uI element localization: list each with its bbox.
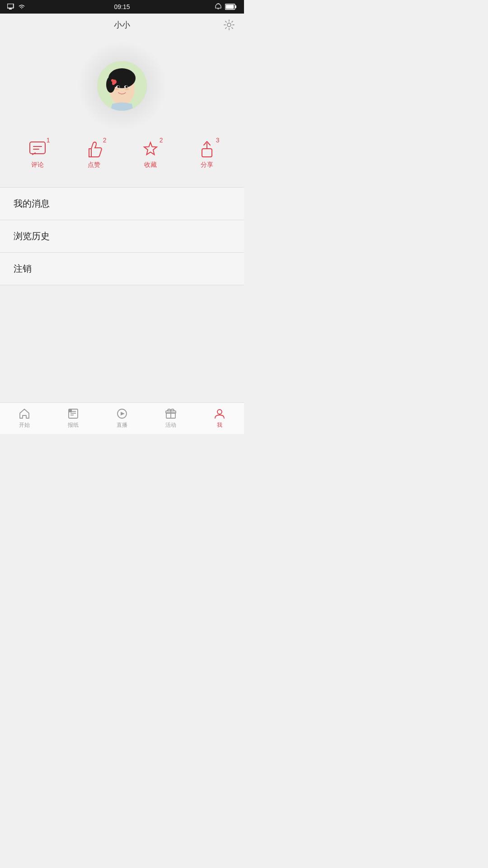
nav-activity[interactable]: 活动 bbox=[146, 408, 195, 429]
status-right-icons bbox=[215, 3, 237, 10]
avatar-section bbox=[0, 36, 244, 136]
svg-rect-1 bbox=[8, 4, 13, 8]
newspaper-icon bbox=[67, 408, 79, 420]
svg-point-35 bbox=[217, 410, 222, 414]
home-icon bbox=[19, 408, 30, 420]
like-label: 点赞 bbox=[88, 161, 100, 169]
nav-me[interactable]: 我 bbox=[195, 408, 244, 429]
nav-newspaper-label: 报纸 bbox=[68, 421, 79, 429]
svg-rect-30 bbox=[69, 409, 72, 412]
svg-point-20 bbox=[112, 82, 115, 85]
svg-point-13 bbox=[125, 88, 129, 90]
stats-row: 1 评论 2 点赞 2 bbox=[0, 136, 244, 178]
wifi-icon bbox=[18, 4, 25, 10]
play-icon bbox=[116, 408, 128, 420]
status-time: 09:15 bbox=[114, 3, 130, 10]
bottom-nav: 开始 报纸 直播 bbox=[0, 402, 244, 434]
nav-me-label: 我 bbox=[217, 421, 222, 429]
menu-my-messages[interactable]: 我的消息 bbox=[0, 187, 244, 220]
collect-badge: 2 bbox=[160, 137, 163, 144]
stat-collect[interactable]: 2 收藏 bbox=[141, 140, 160, 169]
nav-live-label: 直播 bbox=[117, 421, 127, 429]
nav-newspaper[interactable]: 报纸 bbox=[49, 408, 98, 429]
share-badge: 3 bbox=[216, 137, 220, 144]
header: 小小 bbox=[0, 14, 244, 36]
menu-section: 我的消息 浏览历史 注销 bbox=[0, 187, 244, 285]
status-bar: 09:15 bbox=[0, 0, 244, 14]
gift-icon bbox=[165, 408, 177, 420]
avatar[interactable] bbox=[97, 61, 147, 111]
status-left-icons bbox=[7, 4, 25, 10]
settings-button[interactable] bbox=[223, 19, 235, 31]
notification-icon bbox=[215, 3, 221, 10]
share-icon bbox=[198, 140, 216, 158]
menu-browse-history[interactable]: 浏览历史 bbox=[0, 220, 244, 253]
svg-point-7 bbox=[227, 23, 231, 27]
collect-icon bbox=[141, 140, 160, 158]
svg-rect-21 bbox=[30, 142, 45, 154]
nav-live[interactable]: 直播 bbox=[98, 408, 146, 429]
stat-comment[interactable]: 1 评论 bbox=[28, 140, 47, 169]
nav-activity-label: 活动 bbox=[165, 421, 176, 429]
screen-icon bbox=[7, 4, 14, 10]
stat-share[interactable]: 3 分享 bbox=[198, 140, 216, 169]
like-badge: 2 bbox=[103, 137, 107, 144]
battery-icon bbox=[225, 4, 237, 10]
share-label: 分享 bbox=[201, 161, 213, 169]
comment-label: 评论 bbox=[31, 161, 44, 169]
svg-rect-0 bbox=[7, 4, 14, 8]
svg-rect-5 bbox=[235, 5, 236, 8]
person-icon bbox=[214, 408, 225, 420]
svg-rect-24 bbox=[202, 149, 212, 157]
nav-start[interactable]: 开始 bbox=[0, 408, 49, 429]
nav-start-label: 开始 bbox=[19, 421, 30, 429]
page-title: 小小 bbox=[114, 19, 130, 30]
svg-point-19 bbox=[111, 79, 114, 82]
stat-like[interactable]: 2 点赞 bbox=[85, 140, 103, 169]
svg-rect-6 bbox=[226, 5, 234, 9]
svg-point-16 bbox=[117, 86, 120, 88]
svg-rect-2 bbox=[9, 9, 12, 9]
svg-point-17 bbox=[126, 86, 128, 88]
menu-logout[interactable]: 注销 bbox=[0, 253, 244, 285]
comment-badge: 1 bbox=[47, 137, 50, 144]
like-icon bbox=[85, 140, 103, 158]
comment-icon bbox=[28, 140, 47, 158]
avatar-image bbox=[97, 61, 147, 111]
collect-label: 收藏 bbox=[144, 161, 157, 169]
svg-point-12 bbox=[115, 88, 119, 90]
